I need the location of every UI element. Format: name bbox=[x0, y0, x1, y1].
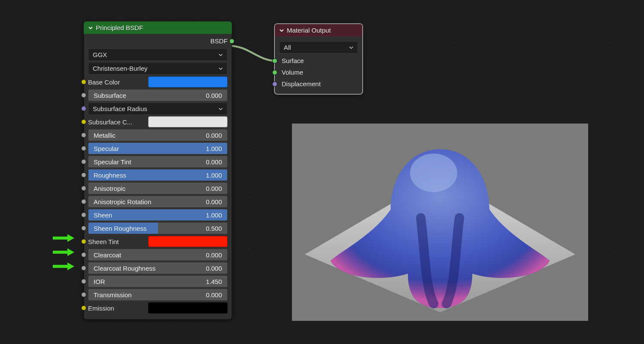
subsurface-slider[interactable]: Subsurface 0.000 bbox=[88, 89, 228, 101]
emission-socket[interactable] bbox=[81, 305, 86, 311]
volume-socket[interactable] bbox=[272, 70, 277, 75]
ior-slider[interactable]: IOR 1.450 bbox=[88, 275, 228, 287]
annotation-arrow-sheen-roughness bbox=[53, 248, 74, 256]
annotation-arrow-sheen-tint bbox=[53, 263, 74, 270]
metallic-label: Metallic bbox=[94, 132, 115, 139]
emission-label: Emission bbox=[88, 305, 148, 312]
clearcoat-socket[interactable] bbox=[81, 252, 86, 257]
clearcoat-slider[interactable]: Clearcoat 0.000 bbox=[88, 249, 228, 261]
sheen-tint-swatch[interactable] bbox=[148, 236, 228, 247]
sheen-roughness-row: Sheen Roughness 0.500 bbox=[88, 222, 228, 234]
sheen-socket[interactable] bbox=[81, 212, 86, 217]
output-node-header[interactable]: Material Output bbox=[275, 24, 362, 36]
clearcoat-roughness-row: Clearcoat Roughness 0.000 bbox=[88, 262, 228, 274]
roughness-slider[interactable]: Roughness 1.000 bbox=[88, 169, 228, 181]
clearcoat-value: 0.000 bbox=[206, 251, 222, 259]
transmission-socket[interactable] bbox=[81, 292, 86, 297]
metallic-slider[interactable]: Metallic 0.000 bbox=[88, 129, 228, 141]
distribution-dropdown-label: GGX bbox=[93, 51, 107, 58]
ior-label: IOR bbox=[94, 278, 105, 285]
subsurface-method-dropdown-label: Christensen-Burley bbox=[93, 65, 148, 72]
base-color-label: Base Color bbox=[88, 78, 148, 86]
bsdf-output-socket-row: BSDF bbox=[88, 36, 228, 47]
clearcoat-roughness-label: Clearcoat Roughness bbox=[94, 265, 155, 272]
specular-value: 1.000 bbox=[206, 145, 222, 152]
displacement-socket[interactable] bbox=[272, 81, 277, 87]
roughness-socket[interactable] bbox=[81, 172, 86, 178]
volume-input-row: Volume bbox=[279, 66, 358, 78]
subsurface-method-dropdown[interactable]: Christensen-Burley bbox=[88, 62, 228, 75]
specular-socket[interactable] bbox=[81, 146, 86, 151]
bsdf-output-socket[interactable] bbox=[229, 39, 234, 44]
sheen-tint-row: Sheen Tint bbox=[88, 235, 228, 247]
clearcoat-roughness-slider[interactable]: Clearcoat Roughness 0.000 bbox=[88, 262, 228, 274]
clearcoat-label: Clearcoat bbox=[94, 251, 121, 259]
transmission-row: Transmission 0.000 bbox=[88, 289, 228, 301]
svg-marker-3 bbox=[67, 248, 74, 256]
subsurface-color-swatch[interactable] bbox=[148, 116, 228, 127]
clearcoat-row: Clearcoat 0.000 bbox=[88, 249, 228, 261]
anisotropic-rotation-socket[interactable] bbox=[81, 199, 86, 204]
anisotropic-socket[interactable] bbox=[81, 186, 86, 191]
svg-marker-5 bbox=[67, 263, 74, 270]
subsurface-label: Subsurface bbox=[94, 92, 126, 99]
emission-swatch[interactable] bbox=[148, 302, 228, 314]
ior-row: IOR 1.450 bbox=[88, 275, 228, 287]
chevron-down-icon bbox=[219, 65, 223, 72]
subsurface-radius-label: Subsurface Radius bbox=[93, 105, 147, 112]
sheen-row: Sheen 1.000 bbox=[88, 209, 228, 221]
base-color-socket[interactable] bbox=[81, 79, 86, 84]
metallic-socket[interactable] bbox=[81, 133, 86, 138]
node-link-bsdf-to-surface bbox=[228, 42, 279, 68]
sheen-roughness-value: 0.500 bbox=[206, 225, 222, 232]
subsurface-radius-dropdown[interactable]: Subsurface Radius bbox=[88, 103, 228, 115]
chevron-down-icon bbox=[219, 105, 223, 112]
surface-input-row: Surface bbox=[279, 55, 358, 66]
output-node-title: Material Output bbox=[287, 27, 331, 34]
surface-socket[interactable] bbox=[272, 58, 277, 63]
base-color-swatch[interactable] bbox=[148, 76, 228, 88]
anisotropic-rotation-slider[interactable]: Anisotropic Rotation 0.000 bbox=[88, 196, 228, 208]
chevron-down-icon bbox=[279, 28, 284, 33]
bsdf-node-header[interactable]: Principled BSDF bbox=[84, 21, 232, 34]
anisotropic-rotation-row: Anisotropic Rotation 0.000 bbox=[88, 196, 228, 208]
sheen-roughness-socket[interactable] bbox=[81, 226, 86, 231]
annotation-arrow-sheen bbox=[53, 234, 74, 242]
transmission-slider[interactable]: Transmission 0.000 bbox=[88, 289, 228, 301]
chevron-down-icon bbox=[349, 44, 353, 51]
sheen-label: Sheen bbox=[94, 211, 112, 219]
sheen-roughness-slider[interactable]: Sheen Roughness 0.500 bbox=[88, 222, 228, 234]
chevron-down-icon bbox=[88, 25, 93, 30]
sheen-tint-socket[interactable] bbox=[81, 239, 86, 244]
bsdf-node-title: Principled BSDF bbox=[96, 24, 143, 31]
subsurface-color-row: Subsurface C... bbox=[88, 116, 228, 128]
clearcoat-roughness-socket[interactable] bbox=[81, 266, 86, 271]
sheen-slider[interactable]: Sheen 1.000 bbox=[88, 209, 228, 221]
subsurface-color-socket[interactable] bbox=[81, 119, 86, 124]
specular-tint-socket[interactable] bbox=[81, 159, 86, 164]
svg-point-8 bbox=[410, 154, 457, 192]
svg-marker-1 bbox=[67, 234, 74, 242]
subsurface-radius-socket[interactable] bbox=[81, 106, 86, 111]
specular-slider[interactable]: Specular 1.000 bbox=[88, 142, 228, 154]
subsurface-color-label: Subsurface C... bbox=[88, 118, 148, 126]
anisotropic-rotation-value: 0.000 bbox=[206, 198, 222, 205]
ior-socket[interactable] bbox=[81, 279, 86, 284]
anisotropic-slider[interactable]: Anisotropic 0.000 bbox=[88, 182, 228, 194]
subsurface-socket[interactable] bbox=[81, 93, 86, 98]
specular-tint-slider[interactable]: Specular Tint 0.000 bbox=[88, 156, 228, 168]
roughness-value: 1.000 bbox=[206, 172, 222, 179]
distribution-dropdown[interactable]: GGX bbox=[88, 48, 228, 61]
principled-bsdf-node[interactable]: Principled BSDF BSDF GGX Christensen-Bur… bbox=[84, 21, 232, 320]
emission-row: Emission bbox=[88, 302, 228, 314]
output-target-dropdown[interactable]: All bbox=[279, 41, 358, 54]
subsurface-row: Subsurface 0.000 bbox=[88, 89, 228, 101]
ior-value: 1.450 bbox=[206, 278, 222, 285]
bsdf-output-label: BSDF bbox=[210, 37, 228, 45]
metallic-value: 0.000 bbox=[206, 132, 222, 139]
anisotropic-value: 0.000 bbox=[206, 185, 222, 192]
anisotropic-label: Anisotropic bbox=[94, 185, 125, 192]
specular-label: Specular bbox=[94, 145, 119, 152]
material-output-node[interactable]: Material Output All Surface Volume Displ… bbox=[275, 24, 362, 94]
roughness-row: Roughness 1.000 bbox=[88, 169, 228, 181]
